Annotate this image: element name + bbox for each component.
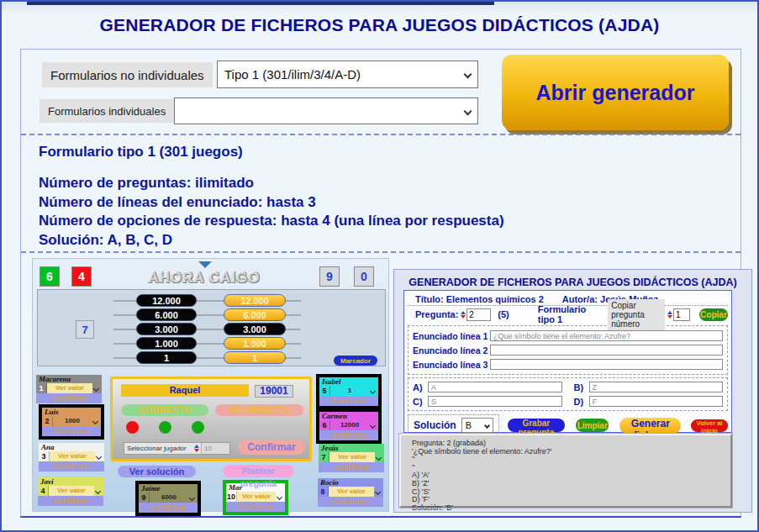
money-pill-left: 1 xyxy=(136,351,197,364)
chevron-down-icon xyxy=(189,494,195,500)
player-panel-carmen: Carmen 612000 Confirmar xyxy=(316,408,382,444)
host-confirm-button[interactable]: Confirmar xyxy=(238,440,305,455)
copy-question-label: Copiar pregunta número xyxy=(608,299,665,330)
player-value-select[interactable]: Ver valor xyxy=(47,383,92,393)
incorrect-button[interactable]: INCORRECTO xyxy=(215,404,303,416)
non-individual-forms-select[interactable]: Tipo 1 (301/ilim/3/4/A-D) xyxy=(217,61,478,88)
player-name: Rocío xyxy=(318,478,383,487)
player-confirm-button[interactable]: Confirmar xyxy=(36,393,102,403)
spinner-arrows-icon[interactable] xyxy=(667,311,672,319)
player-name: Ana xyxy=(39,443,104,451)
chevron-down-icon xyxy=(464,71,472,79)
solution-select[interactable]: B xyxy=(461,418,493,433)
solution-label: Solución xyxy=(414,419,456,431)
chevron-down-icon xyxy=(198,261,212,268)
player-number: 6 xyxy=(319,420,330,430)
main-container: Formularios no individuales Tipo 1 (301/… xyxy=(20,49,741,518)
question-preview-box: Pregunta: 2 (grabada) '¿Que símbolo tien… xyxy=(399,434,732,508)
show-solution-button[interactable]: Ver solución xyxy=(118,466,196,477)
player-value-select[interactable]: Ver valor xyxy=(50,451,95,461)
statement-line-label: Enunciado línea 2 xyxy=(413,345,490,356)
player-confirm-button[interactable]: Confirmar xyxy=(319,462,384,472)
game-title: AHORA CAIGO xyxy=(148,270,260,287)
player-value-select[interactable]: Ver valor xyxy=(237,492,276,502)
save-question-button[interactable]: Grabar pregunta xyxy=(508,419,565,432)
player-value-select[interactable]: 6000 xyxy=(150,492,188,503)
form-type-heading: Formulario tipo 1 (301 juegos) xyxy=(39,144,243,161)
select-player-value: 10 xyxy=(201,443,229,454)
player-value-select[interactable]: Ver valor xyxy=(49,486,94,496)
player-value-select[interactable]: Ver valor xyxy=(329,452,375,462)
player-value-select[interactable]: Ver valor xyxy=(329,487,374,497)
spinner-arrows-icon[interactable] xyxy=(461,311,466,319)
info-line: Número de opciones de respuesta: hasta 4… xyxy=(39,212,504,231)
player-value-select[interactable]: 1000 xyxy=(53,416,92,426)
answer-b-input[interactable] xyxy=(589,382,724,392)
money-row: 6.000 6.000 xyxy=(103,308,309,321)
player-confirm-button[interactable]: Confirmar xyxy=(319,430,378,440)
statement-line-1-input[interactable] xyxy=(490,330,723,341)
player-confirm-button[interactable]: Confirmar xyxy=(318,497,383,507)
correct-button[interactable]: CORRECTO xyxy=(121,404,208,416)
money-pill-right: 6.000 xyxy=(224,308,286,321)
player-panel-macarena: Macarena 1Ver valor Confirmar xyxy=(36,375,102,403)
player-panel-ana: Ana 3Ver valor Confirmar xyxy=(39,443,104,471)
open-generator-button[interactable]: Abrir generador xyxy=(502,55,729,130)
player-panel-rocio: Rocío 8Ver valor Confirmar xyxy=(318,478,383,507)
answer-c-input[interactable] xyxy=(428,396,562,407)
player-value-select[interactable]: 1 xyxy=(330,386,369,396)
statement-line-3-input[interactable] xyxy=(490,359,723,370)
answer-a-input[interactable] xyxy=(428,382,562,392)
clear-button[interactable]: Limpiar xyxy=(576,419,609,432)
money-pill-right: 1 xyxy=(224,351,286,364)
spinner-arrows-icon[interactable] xyxy=(194,445,199,452)
individual-forms-select[interactable] xyxy=(174,97,478,124)
chevron-down-icon xyxy=(93,385,99,391)
money-row: 1.000 1.000 xyxy=(103,337,309,350)
info-line: Número de líneas del enunciado: hasta 3 xyxy=(39,193,504,213)
info-line: Número de preguntas: ilimitado xyxy=(39,174,504,193)
individual-forms-label: Formularios individuales xyxy=(40,99,174,123)
player-name: Javi xyxy=(38,477,103,486)
statement-line-label: Enunciado línea 3 xyxy=(413,360,490,370)
green-score-box: 6 xyxy=(40,266,60,287)
answer-label: D) xyxy=(574,397,589,407)
money-pill-left: 3.000 xyxy=(136,323,197,335)
player-name: Jesús xyxy=(319,444,384,452)
player-number: 5 xyxy=(319,386,330,396)
question-number-input[interactable] xyxy=(466,308,491,321)
section-divider xyxy=(21,134,741,135)
player-confirm-button[interactable]: Confirmar xyxy=(42,426,101,436)
chevron-down-icon xyxy=(370,387,376,393)
answer-label: C) xyxy=(413,397,428,407)
player-confirm-button[interactable]: Confirmar xyxy=(39,461,104,471)
generate-file-button[interactable]: Generar fichero xyxy=(619,418,681,434)
player-confirm-button[interactable]: Confirmar xyxy=(38,496,103,506)
marcador-button[interactable]: Marcador xyxy=(334,356,377,366)
player-number: 2 xyxy=(42,416,53,426)
player-confirm-button[interactable]: Confirmar xyxy=(226,502,285,512)
player-confirm-button[interactable]: Confirmar xyxy=(139,503,198,513)
copy-question-number-input[interactable] xyxy=(673,308,690,321)
player-value-select[interactable]: 12000 xyxy=(330,420,369,430)
statement-line-label: Enunciado línea 1 xyxy=(413,331,490,341)
select-player-spinner[interactable]: Seleccionar jugador 10 xyxy=(124,442,230,455)
statement-line-2-input[interactable] xyxy=(490,345,723,356)
generator-form-heading: GENERADOR DE FICHEROS PARA JUEGOS DIDÁCT… xyxy=(394,277,751,288)
form-type-details: Número de preguntas: ilimitado Número de… xyxy=(39,174,504,250)
money-pill-right: 3.000 xyxy=(224,323,286,335)
player-panel-luis: Luis 21000 Confirmar xyxy=(39,404,104,440)
back-to-start-button[interactable]: Volver al inicio xyxy=(691,419,728,432)
preview-line: A) 'A' xyxy=(412,471,730,480)
ask-question-button[interactable]: Plantear pregunta xyxy=(223,465,294,477)
chevron-down-icon xyxy=(95,487,101,493)
chevron-down-icon xyxy=(92,418,98,424)
generator-page: GENERADOR DE FICHEROS PARA JUEGOS DIDÁCT… xyxy=(0,0,759,532)
money-pill-left: 6.000 xyxy=(136,308,197,321)
money-pill-left: 12.000 xyxy=(136,294,197,307)
player-number: 4 xyxy=(38,486,49,496)
copy-button[interactable]: Copiar xyxy=(699,308,728,321)
player-confirm-button[interactable]: Confirmar xyxy=(319,396,378,406)
answer-d-input[interactable] xyxy=(589,396,724,407)
host-name-banner: Raquel xyxy=(121,384,249,397)
